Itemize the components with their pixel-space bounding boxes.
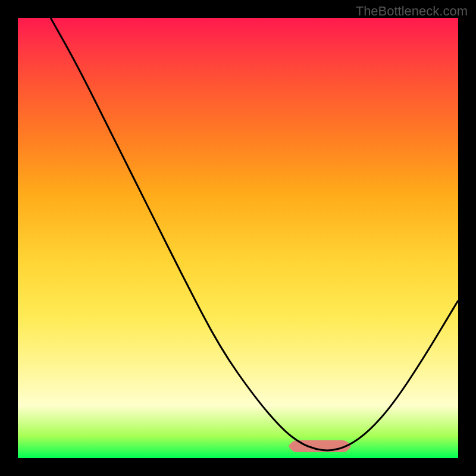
chart-plot-area <box>18 18 458 458</box>
chart-svg <box>18 18 458 458</box>
watermark-text: TheBottleneck.com <box>356 4 468 19</box>
bottleneck-curve <box>51 18 458 450</box>
